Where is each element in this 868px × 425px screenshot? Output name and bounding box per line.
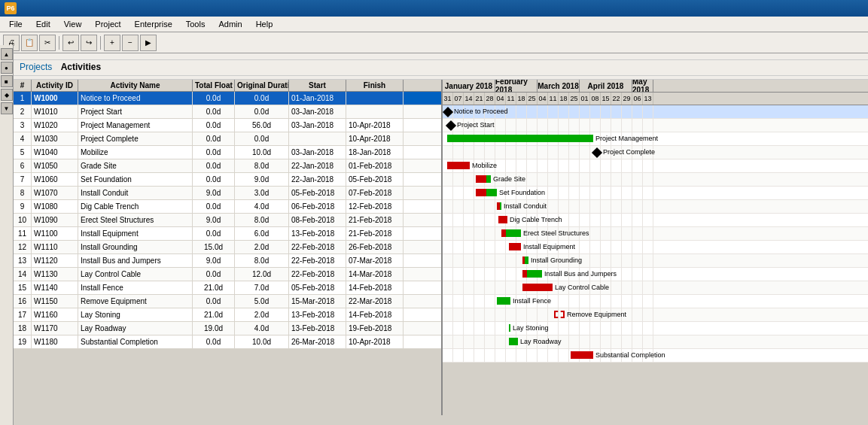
gantt-grid-cell <box>443 227 453 240</box>
table-row[interactable]: 5W1040Mobilize0.0d10.0d03-Jan-201818-Jan… <box>14 146 441 159</box>
toolbar-btn-7[interactable]: − <box>122 35 139 51</box>
toolbar-btn-8[interactable]: ▶ <box>140 35 157 51</box>
gantt-grid-cell <box>601 295 611 308</box>
table-cell: 14-Mar-2018 <box>346 268 404 281</box>
gantt-grid-cell <box>464 281 474 294</box>
table-cell: 18 <box>14 322 32 335</box>
gantt-grid-cell <box>580 200 590 213</box>
menu-item-file[interactable]: File <box>3 18 29 30</box>
menu-item-project[interactable]: Project <box>89 18 126 30</box>
gantt-grid-cell <box>590 295 601 308</box>
table-row[interactable]: 7W1060Set Foundation0.0d9.0d22-Jan-20180… <box>14 173 441 187</box>
table-row[interactable]: 9W1080Dig Cable Trench0.0d4.0d06-Feb-201… <box>14 200 441 214</box>
gantt-grid-cell <box>632 119 643 132</box>
side-nav-btn-3[interactable]: ■ <box>1 75 13 87</box>
gantt-row: Substantial Completion <box>443 349 868 363</box>
toolbar-btn-3[interactable]: ✂ <box>39 35 56 51</box>
table-cell: 7 <box>14 173 32 186</box>
table-cell: 22-Mar-2018 <box>346 295 404 308</box>
gantt-row: Dig Cable Trench <box>443 214 868 227</box>
table-row[interactable]: 15W1140Install Fence21.0d7.0d05-Feb-2018… <box>14 281 441 295</box>
gantt-bar: Lay Control Cable <box>522 283 609 292</box>
gantt-row: Set Foundation <box>443 187 868 200</box>
gantt-bar-label: Install Equipment <box>521 243 575 250</box>
table-row[interactable]: 19W1180Substantial Completion0.0d10.0d26… <box>14 335 441 349</box>
gantt-grid-cell <box>443 268 453 281</box>
gantt-grid-cell <box>443 200 453 213</box>
table-row[interactable]: 1W1000Notice to Proceed0.0d0.0d01-Jan-20… <box>14 92 441 105</box>
menu-item-enterprise[interactable]: Enterprise <box>129 18 178 30</box>
gantt-grid-cell <box>443 173 453 186</box>
table-cell: 21.0d <box>193 281 235 294</box>
toolbar-btn-2[interactable]: 📋 <box>21 35 38 51</box>
breadcrumb-activities[interactable]: Activities <box>61 62 101 72</box>
table-row[interactable]: 14W1130Lay Control Cable0.0d12.0d22-Feb-… <box>14 268 441 281</box>
gantt-grid-cell <box>611 241 622 253</box>
table-cell: Remove Equipment <box>78 295 193 308</box>
gantt-section: January 2018February 2018March 2018April… <box>443 80 868 415</box>
gantt-grid-cell <box>601 335 611 348</box>
gantt-grid-cell <box>643 173 653 186</box>
gantt-grid-cell <box>569 295 580 308</box>
table-row[interactable]: 12W1110Install Grounding15.0d2.0d22-Feb-… <box>14 241 441 254</box>
menu-item-help[interactable]: Help <box>250 18 279 30</box>
menu-item-admin[interactable]: Admin <box>212 18 248 30</box>
table-cell: Lay Roadway <box>78 322 193 335</box>
side-nav-btn-5[interactable]: ▼ <box>1 102 13 114</box>
gantt-day-label: 14 <box>464 93 474 105</box>
gantt-grid-cell <box>548 159 559 172</box>
side-nav-btn-2[interactable]: ● <box>1 62 13 74</box>
side-nav-btn-1[interactable]: ▲ <box>1 48 13 60</box>
gantt-day-label: 13 <box>643 93 653 105</box>
toolbar-btn-4[interactable]: ↩ <box>62 35 79 51</box>
side-nav-btn-4[interactable]: ◆ <box>1 89 13 101</box>
gantt-row: Lay Control Cable <box>443 281 868 295</box>
table-row[interactable]: 16W1150Remove Equipment0.0d5.0d15-Mar-20… <box>14 295 441 308</box>
menu-item-view[interactable]: View <box>58 18 88 30</box>
table-row[interactable]: 17W1160Lay Stoning21.0d2.0d13-Feb-201814… <box>14 308 441 322</box>
table-row[interactable]: 10W1090Erect Steel Structures9.0d8.0d08-… <box>14 214 441 227</box>
gantt-grid-cell <box>580 241 590 253</box>
menu-item-tools[interactable]: Tools <box>180 18 212 30</box>
col-header-finish: Finish <box>346 80 404 91</box>
table-cell: W1150 <box>32 295 78 308</box>
table-cell: 19 <box>14 335 32 348</box>
breadcrumb-projects[interactable]: Projects <box>20 62 52 72</box>
table-row[interactable]: 3W1020Project Management0.0d56.0d03-Jan-… <box>14 119 441 132</box>
table-cell: W1010 <box>32 105 78 118</box>
gantt-grid-cell <box>453 227 464 240</box>
table-row[interactable]: 8W1070Install Conduit9.0d3.0d05-Feb-2018… <box>14 187 441 200</box>
toolbar-btn-6[interactable]: + <box>104 35 120 51</box>
gantt-grid-cell <box>611 187 622 199</box>
gantt-grid-cell <box>611 214 622 226</box>
gantt-grid-cell <box>622 119 632 132</box>
gantt-bar-label: Remove Equipment <box>565 311 626 318</box>
table-row[interactable]: 2W1010Project Start0.0d0.0d03-Jan-2018 <box>14 105 441 119</box>
table-cell: 22-Jan-2018 <box>289 159 346 172</box>
gantt-grid-cell <box>548 119 559 132</box>
table-row[interactable]: 18W1170Lay Roadway19.0d4.0d13-Feb-201819… <box>14 322 441 335</box>
toolbar-btn-5[interactable]: ↪ <box>81 35 97 51</box>
gantt-grid-cell <box>453 254 464 267</box>
table-row[interactable]: 6W1050Grade Site0.0d8.0d22-Jan-201801-Fe… <box>14 159 441 173</box>
table-row[interactable]: 11W1100Install Equipment0.0d6.0d13-Feb-2… <box>14 227 441 241</box>
gantt-bar-label: Erect Steel Structures <box>521 229 589 237</box>
gantt-grid-cell <box>569 159 580 172</box>
activities-container: # Activity ID Activity Name Total Float … <box>14 76 868 415</box>
table-cell: 19-Feb-2018 <box>346 322 404 335</box>
gantt-grid-cell <box>590 335 601 348</box>
gantt-grid-cell <box>611 200 622 213</box>
gantt-grid-cell <box>632 214 643 226</box>
gantt-grid-cell <box>495 281 506 294</box>
table-row[interactable]: 4W1030Project Complete0.0d0.0d10-Apr-201… <box>14 132 441 146</box>
table-cell: W1170 <box>32 322 78 335</box>
gantt-grid-cell <box>632 335 643 348</box>
gantt-grid-cell <box>622 173 632 186</box>
gantt-row: Project Complete <box>443 146 868 159</box>
table-row[interactable]: 13W1120Install Bus and Jumpers9.0d8.0d22… <box>14 254 441 268</box>
table-cell: 0.0d <box>193 92 235 105</box>
gantt-grid-cell <box>474 335 485 348</box>
gantt-grid-cell <box>580 159 590 172</box>
menu-item-edit[interactable]: Edit <box>30 18 56 30</box>
table-cell: 9.0d <box>193 254 235 267</box>
